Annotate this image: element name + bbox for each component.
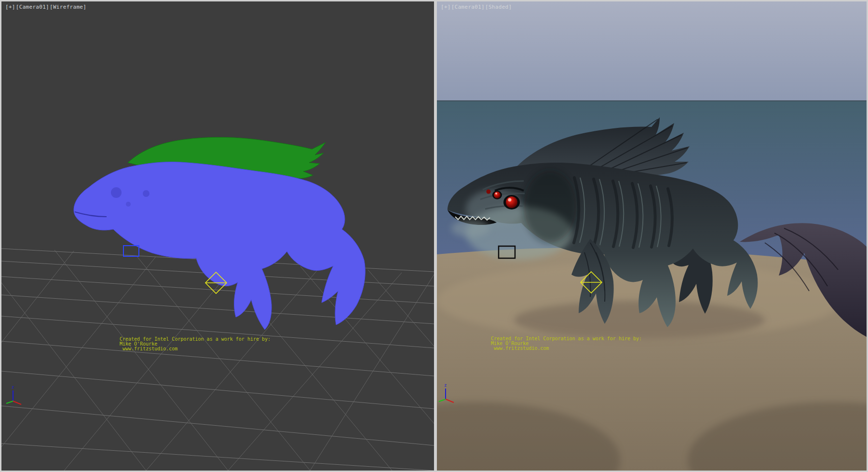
viewport-menu-button[interactable]: [+] bbox=[441, 4, 451, 10]
viewport-camera-label[interactable]: [Camera01] bbox=[451, 4, 485, 10]
viewport-menu-button[interactable]: [+] bbox=[5, 4, 15, 10]
fish-eye-spot bbox=[126, 202, 131, 207]
viewport-shading-label[interactable]: [Shaded] bbox=[485, 4, 512, 10]
viewport-shaded[interactable]: [+][Camera01][Shaded] bbox=[437, 1, 867, 471]
viewport-shading-label[interactable]: [Wireframe] bbox=[50, 4, 86, 10]
shaded-scene: Created for Intel Corporation as a work … bbox=[437, 1, 867, 471]
fish-eye-spot bbox=[111, 187, 122, 198]
sky-background bbox=[437, 1, 867, 101]
credit-line-3: www.fritzstudio.com bbox=[494, 346, 549, 351]
credit-line-3: www.fritzstudio.com bbox=[122, 346, 177, 351]
axis-z-label: z bbox=[444, 383, 447, 388]
viewport-label-left: [+][Camera01][Wireframe] bbox=[5, 4, 87, 10]
viewport-label-right: [+][Camera01][Shaded] bbox=[441, 4, 512, 10]
fish-eye-spot bbox=[143, 190, 149, 197]
axis-z-label: z bbox=[12, 385, 14, 389]
jaw-highlight bbox=[451, 220, 490, 237]
viewport-camera-label[interactable]: [Camera01] bbox=[16, 4, 49, 10]
wireframe-scene: Created for Intel Corporation as a work … bbox=[1, 1, 434, 471]
gill-shadow bbox=[524, 170, 577, 243]
viewport-split-container: [+][Camera01][Wireframe] bbox=[0, 0, 868, 472]
viewport-wireframe[interactable]: [+][Camera01][Wireframe] bbox=[1, 1, 434, 471]
